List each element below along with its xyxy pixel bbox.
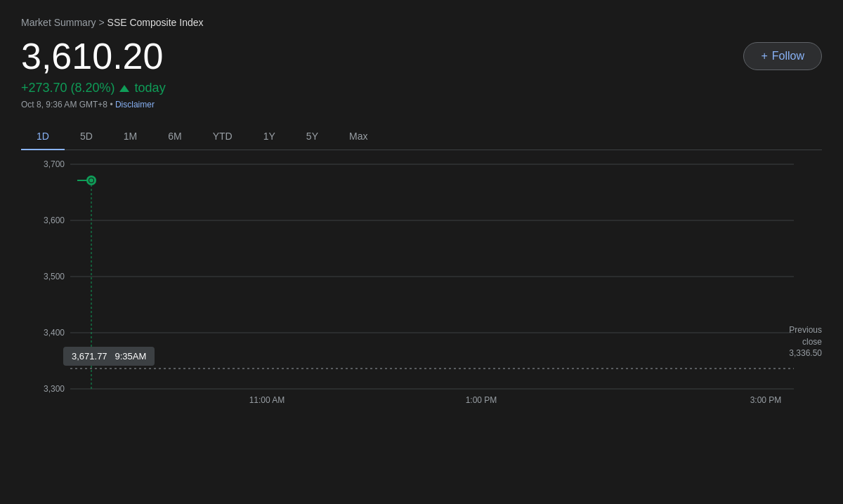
- tab-1m[interactable]: 1M: [108, 124, 152, 150]
- svg-text:3,300: 3,300: [44, 384, 65, 394]
- change-row: +273.70 (8.20%) today: [21, 81, 166, 95]
- svg-text:1:00 PM: 1:00 PM: [466, 395, 497, 405]
- tab-1y[interactable]: 1Y: [248, 124, 291, 150]
- disclaimer-link[interactable]: Disclaimer: [115, 100, 155, 110]
- tab-6m[interactable]: 6M: [152, 124, 197, 150]
- tab-5d[interactable]: 5D: [65, 124, 108, 150]
- svg-text:3,700: 3,700: [44, 159, 65, 169]
- timestamp-separator: •: [110, 100, 112, 110]
- svg-text:3:00 PM: 3:00 PM: [750, 395, 782, 405]
- chart-tooltip: 3,671.77 9:35AM: [63, 347, 155, 366]
- tooltip-time: 9:35AM: [115, 351, 146, 362]
- follow-plus: +: [761, 50, 767, 62]
- tab-1d[interactable]: 1D: [21, 124, 65, 150]
- breadcrumb: Market Summary > SSE Composite Index: [21, 17, 822, 28]
- chart-svg: 3,700 3,600 3,500 3,400 3,300 11:00 AM 1: [21, 150, 822, 410]
- main-container: Market Summary > SSE Composite Index 3,6…: [0, 0, 843, 504]
- timestamp-text: Oct 8, 9:36 AM GMT+8: [21, 100, 107, 110]
- change-value: +273.70 (8.20%): [21, 81, 115, 95]
- tabs-row: 1D 5D 1M 6M YTD 1Y 5Y Max: [21, 124, 822, 150]
- period-label: today: [135, 81, 166, 95]
- tab-5y[interactable]: 5Y: [291, 124, 334, 150]
- follow-button[interactable]: + Follow: [743, 42, 822, 70]
- prev-close-title: Previousclose: [789, 324, 822, 348]
- svg-text:3,600: 3,600: [44, 215, 65, 225]
- price-section: 3,610.20 +273.70 (8.20%) today Oct 8, 9:…: [21, 37, 166, 121]
- svg-text:11:00 AM: 11:00 AM: [249, 395, 285, 405]
- previous-close-label: Previousclose 3,336.50: [789, 324, 822, 359]
- breadcrumb-separator: >: [98, 17, 104, 28]
- chart-area: 3,700 3,600 3,500 3,400 3,300 11:00 AM 1: [21, 150, 822, 410]
- svg-text:3,500: 3,500: [44, 272, 65, 281]
- main-price: 3,610.20: [21, 37, 166, 77]
- tab-max[interactable]: Max: [334, 124, 383, 150]
- svg-text:3,400: 3,400: [44, 328, 65, 338]
- header-row: 3,610.20 +273.70 (8.20%) today Oct 8, 9:…: [21, 37, 822, 121]
- prev-close-value: 3,336.50: [789, 347, 822, 359]
- breadcrumb-parent[interactable]: Market Summary: [21, 17, 96, 28]
- timestamp: Oct 8, 9:36 AM GMT+8 • Disclaimer: [21, 100, 166, 110]
- breadcrumb-current: SSE Composite Index: [107, 17, 204, 28]
- arrow-up-icon: [119, 85, 129, 92]
- tooltip-price: 3,671.77: [72, 351, 107, 362]
- svg-point-14: [89, 178, 93, 183]
- follow-label: Follow: [772, 50, 804, 62]
- tab-ytd[interactable]: YTD: [197, 124, 248, 150]
